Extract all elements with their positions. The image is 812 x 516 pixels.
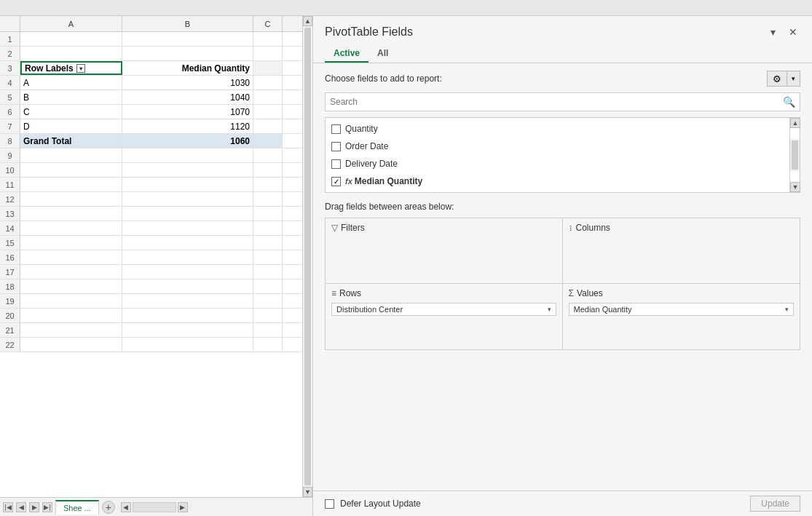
cell-b[interactable]: 1040 <box>122 90 253 104</box>
defer-checkbox[interactable] <box>325 499 334 509</box>
cell-c[interactable] <box>253 163 283 177</box>
cell-b[interactable]: 1070 <box>122 105 253 119</box>
cell-b[interactable]: Median Quantity <box>122 61 253 75</box>
field-item[interactable]: Order Date <box>331 140 794 153</box>
search-input[interactable] <box>330 97 780 107</box>
distribution-center-chip-dropdown[interactable]: ▾ <box>548 306 551 313</box>
cell-a[interactable]: B <box>20 90 122 104</box>
col-header-b[interactable]: B <box>122 16 253 31</box>
cell-c[interactable] <box>253 47 283 60</box>
search-box[interactable]: 🔍 <box>325 92 800 111</box>
table-row[interactable]: 17 <box>0 265 302 279</box>
cell-b[interactable] <box>122 309 253 322</box>
tab-nav-next[interactable]: ▶ <box>29 502 39 512</box>
cell-a[interactable] <box>20 32 122 46</box>
tab-nav-prev[interactable]: ◀ <box>16 502 26 512</box>
field-checkbox[interactable] <box>331 142 341 151</box>
distribution-center-chip[interactable]: Distribution Center ▾ <box>331 303 556 316</box>
table-row[interactable]: 2 <box>0 47 302 61</box>
cell-a[interactable] <box>20 265 122 279</box>
cell-a[interactable] <box>20 279 122 293</box>
col-header-c[interactable]: C <box>253 16 283 31</box>
h-scroll-left[interactable]: ◀ <box>121 502 131 512</box>
field-item[interactable]: ✓fx Median Quantity <box>331 175 794 188</box>
cell-b[interactable] <box>122 279 253 293</box>
table-row[interactable]: 16 <box>0 250 302 265</box>
h-scroll-track[interactable] <box>133 502 176 512</box>
update-btn[interactable]: Update <box>750 496 800 512</box>
cell-a[interactable] <box>20 294 122 308</box>
cell-a[interactable] <box>20 309 122 322</box>
cell-a[interactable] <box>20 323 122 337</box>
cell-b[interactable] <box>122 338 253 352</box>
table-row[interactable]: 19 <box>0 294 302 309</box>
gear-dropdown-btn[interactable]: ▾ <box>787 71 800 87</box>
cell-a[interactable]: Row Labels▾ <box>20 61 122 75</box>
table-row[interactable]: 11 <box>0 178 302 192</box>
cell-c[interactable] <box>253 148 283 162</box>
table-row[interactable]: 3Row Labels▾Median Quantity <box>0 61 302 76</box>
cell-c[interactable] <box>253 90 283 104</box>
cell-c[interactable] <box>253 250 283 264</box>
field-checkbox[interactable] <box>331 159 341 169</box>
cell-a[interactable]: Grand Total <box>20 134 122 148</box>
table-row[interactable]: 20 <box>0 309 302 323</box>
cell-a[interactable] <box>20 250 122 264</box>
table-row[interactable]: 21 <box>0 323 302 338</box>
cell-c[interactable] <box>253 309 283 322</box>
cell-a[interactable] <box>20 47 122 60</box>
scroll-thumb[interactable] <box>304 28 311 485</box>
gear-btn[interactable]: ⚙ <box>767 71 787 87</box>
table-row[interactable]: 4A1030 <box>0 76 302 90</box>
cell-c[interactable] <box>253 192 283 206</box>
fields-scroll-thumb[interactable] <box>792 140 798 170</box>
cell-c[interactable] <box>253 178 283 191</box>
table-row[interactable]: 6C1070 <box>0 105 302 119</box>
cell-c[interactable] <box>253 279 283 293</box>
table-row[interactable]: 7D1120 <box>0 119 302 134</box>
cell-c[interactable] <box>253 294 283 308</box>
field-item[interactable]: Quantity <box>331 122 794 135</box>
cell-c[interactable] <box>253 207 283 221</box>
cell-a[interactable] <box>20 192 122 206</box>
cell-a[interactable] <box>20 178 122 191</box>
cell-b[interactable] <box>122 323 253 337</box>
cell-a[interactable]: C <box>20 105 122 119</box>
row-labels-dropdown[interactable]: ▾ <box>76 64 85 73</box>
cell-c[interactable] <box>253 105 283 119</box>
pivot-close-icon[interactable]: ✕ <box>786 25 800 39</box>
cell-b[interactable] <box>122 207 253 221</box>
table-row[interactable]: 10 <box>0 163 302 178</box>
col-header-a[interactable]: A <box>20 16 122 31</box>
cell-c[interactable] <box>253 323 283 337</box>
table-row[interactable]: 15 <box>0 236 302 250</box>
median-quantity-chip[interactable]: Median Quantity ▾ <box>569 303 795 316</box>
cell-c[interactable] <box>253 76 283 90</box>
cell-b[interactable] <box>122 265 253 279</box>
cell-b[interactable] <box>122 250 253 264</box>
fields-scroll-up[interactable]: ▲ <box>790 118 800 128</box>
cell-a[interactable]: D <box>20 119 122 133</box>
table-row[interactable]: 22 <box>0 338 302 352</box>
cell-a[interactable] <box>20 207 122 221</box>
table-row[interactable]: 9 <box>0 148 302 163</box>
cell-b[interactable]: 1030 <box>122 76 253 90</box>
cell-c[interactable] <box>253 265 283 279</box>
cell-b[interactable] <box>122 178 253 191</box>
cell-c[interactable] <box>253 338 283 352</box>
field-item[interactable]: Delivery Date <box>331 157 794 170</box>
cell-a[interactable] <box>20 236 122 250</box>
cell-b[interactable] <box>122 221 253 235</box>
tab-nav-last[interactable]: ▶| <box>42 502 52 512</box>
fields-scroll-down[interactable]: ▼ <box>790 182 800 192</box>
cell-b[interactable]: 1060 <box>122 134 253 148</box>
tab-nav-first[interactable]: |◀ <box>3 502 13 512</box>
cell-b[interactable] <box>122 236 253 250</box>
cell-c[interactable] <box>253 221 283 235</box>
cell-a[interactable] <box>20 148 122 162</box>
cell-b[interactable] <box>122 294 253 308</box>
table-row[interactable]: 5B1040 <box>0 90 302 105</box>
cell-c[interactable] <box>253 119 283 133</box>
cell-b[interactable] <box>122 148 253 162</box>
cell-b[interactable]: 1120 <box>122 119 253 133</box>
